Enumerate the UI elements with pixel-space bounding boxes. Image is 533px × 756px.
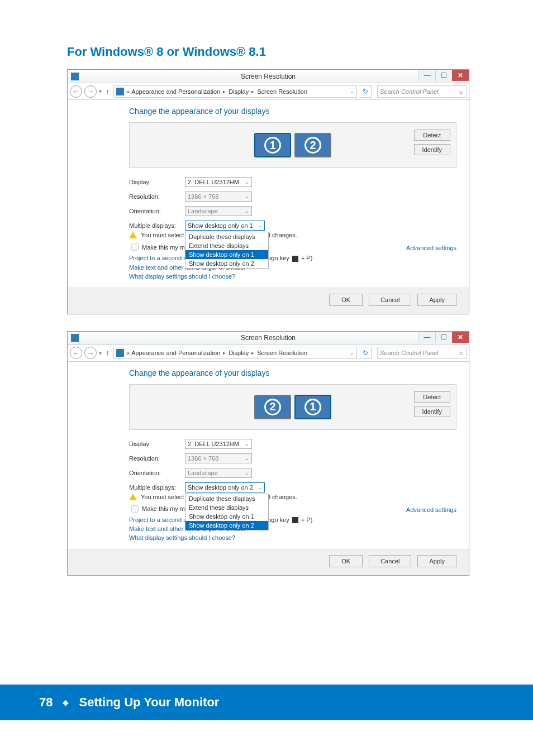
breadcrumb-item[interactable]: Display [229, 350, 249, 356]
forward-button[interactable]: → [84, 85, 97, 98]
dropdown-option[interactable]: Extend these displays [185, 241, 268, 250]
warning-icon [129, 494, 137, 500]
dropdown-option[interactable]: Duplicate these displays [185, 494, 268, 503]
section-title: Change the appearance of your displays [129, 369, 456, 377]
section-name: Setting Up Your Monitor [79, 695, 219, 710]
make-main-checkbox [131, 243, 139, 251]
dropdown-option[interactable]: Extend these displays [185, 503, 268, 512]
warning-text: You must select [141, 232, 184, 238]
dropdown-history-icon[interactable]: ▾ [99, 350, 102, 356]
resolution-label: Resolution: [129, 193, 185, 200]
dropdown-history-icon[interactable]: ▾ [99, 88, 102, 94]
maximize-button[interactable]: ☐ [435, 332, 452, 343]
resolution-dropdown[interactable]: 1366 × 768⌄ [185, 192, 252, 202]
chevron-down-icon: ⌄ [245, 441, 249, 447]
breadcrumb-bar[interactable]: « Appearance and Personalization ▸ Displ… [113, 85, 357, 98]
search-input[interactable]: Search Control Panel ⌕ [377, 85, 467, 98]
maximize-button[interactable]: ☐ [435, 70, 452, 81]
orientation-dropdown[interactable]: Landscape⌄ [185, 206, 252, 216]
resolution-label: Resolution: [129, 455, 185, 462]
display-dropdown[interactable]: 2. DELL U2312HM⌄ [185, 439, 252, 449]
make-main-label: Make this my m [142, 244, 185, 251]
project-link[interactable]: Project to a second screen (or press the… [129, 255, 456, 262]
display-arrangement-box[interactable]: 2 1 Detect Identify [129, 384, 456, 430]
multiple-displays-dropdown-list: Duplicate these displays Extend these di… [185, 494, 269, 530]
make-main-checkbox [131, 505, 139, 513]
search-input[interactable]: Search Control Panel ⌕ [377, 347, 467, 359]
nav-bar: ← → ▾ ↑ « Appearance and Personalization… [68, 345, 469, 362]
breadcrumb-sep: ▸ [251, 350, 254, 356]
page-number: 78 [39, 695, 53, 710]
monitor-thumbnail-2[interactable]: 2 [254, 395, 291, 419]
back-button[interactable]: ← [70, 85, 82, 98]
multiple-displays-dropdown[interactable]: Show desktop only on 1⌄ [185, 221, 265, 231]
dialog-footer: OK Cancel Apply [68, 288, 469, 314]
breadcrumb-item[interactable]: Appearance and Personalization [131, 350, 220, 356]
chevron-down-icon: ⌄ [245, 470, 249, 476]
dropdown-option[interactable]: Show desktop only on 2 [185, 259, 268, 268]
windows-logo-icon [292, 517, 298, 523]
breadcrumb-item[interactable]: Display [229, 88, 249, 95]
up-button[interactable]: ↑ [104, 87, 111, 96]
page-heading: For Windows® 8 or Windows® 8.1 [67, 45, 499, 59]
display-arrangement-box[interactable]: 1 2 Detect Identify [129, 122, 456, 168]
monitor-thumbnail-1[interactable]: 1 [294, 395, 331, 419]
apply-button[interactable]: Apply [417, 555, 456, 567]
multiple-displays-label: Multiple displays: [129, 222, 185, 229]
location-icon [116, 88, 124, 95]
dropdown-option[interactable]: Duplicate these displays [185, 232, 268, 241]
search-icon: ⌕ [459, 350, 463, 356]
up-button[interactable]: ↑ [104, 348, 111, 357]
title-bar: Screen Resolution — ☐ ✕ [68, 70, 469, 83]
breadcrumb-sep: ▸ [251, 89, 254, 94]
help-link[interactable]: What display settings should I choose? [129, 273, 456, 280]
resolution-dropdown[interactable]: 1366 × 768⌄ [185, 453, 252, 463]
cancel-button[interactable]: Cancel [369, 555, 411, 567]
warning-text: You must select [141, 494, 184, 500]
help-link[interactable]: What display settings should I choose? [129, 534, 456, 541]
detect-button[interactable]: Detect [414, 391, 450, 403]
location-icon [116, 349, 124, 357]
display-dropdown[interactable]: 2. DELL U2312HM⌄ [185, 177, 252, 187]
monitor-thumbnail-2[interactable]: 2 [294, 133, 331, 157]
breadcrumb-item[interactable]: Screen Resolution [257, 350, 307, 356]
close-button[interactable]: ✕ [452, 70, 469, 81]
breadcrumb-item[interactable]: Screen Resolution [257, 88, 307, 95]
chevron-down-icon[interactable]: ⌄ [350, 350, 354, 356]
ok-button[interactable]: OK [329, 294, 363, 306]
forward-button[interactable]: → [84, 347, 97, 359]
breadcrumb-bar[interactable]: « Appearance and Personalization ▸ Displ… [113, 347, 357, 359]
text-size-link[interactable]: Make text and other items larger or smal… [129, 264, 456, 271]
window-title: Screen Resolution [241, 334, 296, 342]
refresh-button[interactable]: ↻ [359, 347, 372, 359]
monitor-thumbnail-1[interactable]: 1 [254, 133, 291, 157]
dropdown-option-selected[interactable]: Show desktop only on 2 [185, 521, 268, 530]
text-size-link[interactable]: Make text and other items larger or smal… [129, 525, 456, 532]
display-label: Display: [129, 441, 185, 447]
minimize-button[interactable]: — [418, 70, 435, 81]
apply-button[interactable]: Apply [417, 294, 456, 306]
identify-button[interactable]: Identify [414, 144, 450, 155]
refresh-button[interactable]: ↻ [359, 85, 372, 98]
back-button[interactable]: ← [70, 347, 82, 359]
multiple-displays-dropdown-list: Duplicate these displays Extend these di… [185, 232, 269, 269]
identify-button[interactable]: Identify [414, 406, 450, 417]
nav-bar: ← → ▾ ↑ « Appearance and Personalization… [68, 83, 469, 100]
page-footer: 78 ◆ Setting Up Your Monitor [0, 685, 533, 720]
dropdown-option-selected[interactable]: Show desktop only on 1 [185, 250, 268, 259]
project-link[interactable]: Project to a second screen (or press the… [129, 516, 456, 524]
chevron-down-icon[interactable]: ⌄ [350, 89, 354, 94]
breadcrumb-item[interactable]: Appearance and Personalization [131, 88, 220, 95]
cancel-button[interactable]: Cancel [369, 294, 411, 306]
close-button[interactable]: ✕ [452, 332, 469, 343]
multiple-displays-dropdown[interactable]: Show desktop only on 2⌄ [185, 482, 265, 492]
orientation-dropdown[interactable]: Landscape⌄ [185, 468, 252, 478]
minimize-button[interactable]: — [418, 332, 435, 343]
chevron-down-icon: ⌄ [245, 194, 249, 199]
dropdown-option[interactable]: Show desktop only on 1 [185, 512, 268, 521]
ok-button[interactable]: OK [329, 555, 363, 567]
detect-button[interactable]: Detect [414, 130, 450, 141]
multiple-displays-label: Multiple displays: [129, 484, 185, 491]
app-icon [71, 73, 79, 80]
chevron-down-icon: ⌄ [245, 456, 249, 461]
